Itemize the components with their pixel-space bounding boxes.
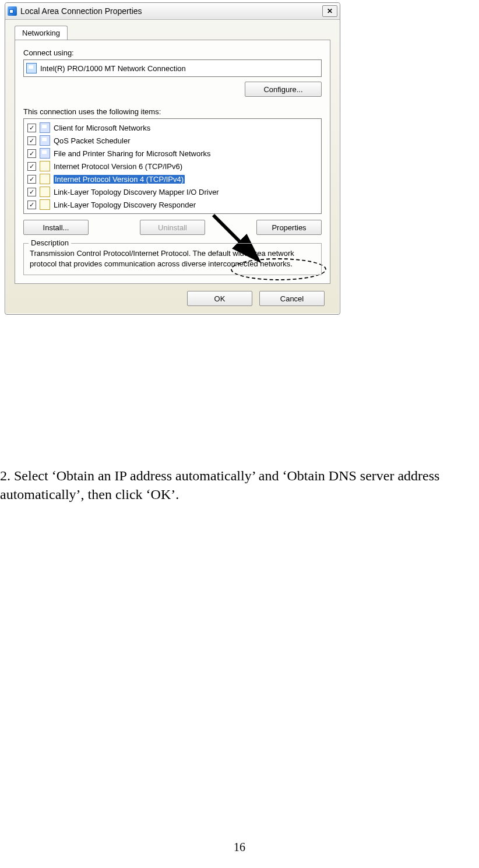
component-icon	[40, 161, 50, 171]
list-item-label: QoS Packet Scheduler	[54, 136, 131, 145]
configure-button[interactable]: Configure...	[245, 82, 322, 97]
list-item-label: File and Printer Sharing for Microsoft N…	[54, 149, 210, 158]
component-icon	[40, 148, 50, 159]
list-item-selected[interactable]: Internet Protocol Version 4 (TCP/IPv4)	[25, 173, 320, 185]
uninstall-button: Uninstall	[140, 220, 205, 235]
tab-networking[interactable]: Networking	[15, 26, 68, 40]
checkbox-icon[interactable]	[27, 162, 36, 171]
list-item-label: Link-Layer Topology Discovery Mapper I/O…	[54, 188, 219, 196]
adapter-icon	[26, 63, 37, 73]
tab-panel: Connect using: Intel(R) PRO/1000 MT Netw…	[15, 40, 330, 284]
list-item[interactable]: Link-Layer Topology Discovery Responder	[25, 198, 320, 211]
component-icon	[40, 174, 50, 184]
checkbox-icon[interactable]	[27, 201, 36, 209]
component-icon	[40, 135, 50, 146]
network-icon	[8, 6, 17, 16]
properties-button[interactable]: Properties	[256, 220, 322, 235]
list-item[interactable]: Link-Layer Topology Discovery Mapper I/O…	[25, 185, 320, 198]
checkbox-icon[interactable]	[27, 188, 36, 196]
cancel-button[interactable]: Cancel	[259, 291, 325, 306]
list-item[interactable]: File and Printer Sharing for Microsoft N…	[25, 147, 320, 160]
list-item[interactable]: QoS Packet Scheduler	[25, 134, 320, 147]
component-icon	[40, 122, 50, 133]
list-item-label: Internet Protocol Version 4 (TCP/IPv4)	[54, 175, 185, 184]
list-item-label: Internet Protocol Version 6 (TCP/IPv6)	[54, 162, 182, 171]
component-icon	[40, 187, 50, 197]
adapter-name: Intel(R) PRO/1000 MT Network Connection	[40, 64, 186, 73]
connect-using-label: Connect using:	[23, 48, 322, 57]
checkbox-icon[interactable]	[27, 149, 36, 158]
checkbox-icon[interactable]	[27, 175, 36, 184]
window-title: Local Area Connection Properties	[20, 6, 322, 16]
components-listbox[interactable]: Client for Microsoft Networks QoS Packet…	[23, 118, 322, 214]
checkbox-icon[interactable]	[27, 136, 36, 145]
instruction-text: 2. Select ‘Obtain an IP address automati…	[0, 466, 479, 504]
page-number: 16	[0, 841, 479, 854]
description-label: Description	[29, 238, 71, 247]
close-button[interactable]: ✕	[322, 5, 337, 17]
adapter-field[interactable]: Intel(R) PRO/1000 MT Network Connection	[23, 59, 322, 77]
ok-button[interactable]: OK	[187, 291, 252, 306]
titlebar: Local Area Connection Properties ✕	[5, 3, 340, 20]
description-text: Transmission Control Protocol/Internet P…	[30, 248, 315, 269]
list-item[interactable]: Internet Protocol Version 6 (TCP/IPv6)	[25, 160, 320, 173]
list-item-label: Link-Layer Topology Discovery Responder	[54, 201, 196, 209]
component-icon	[40, 199, 50, 210]
items-label: This connection uses the following items…	[23, 107, 322, 116]
list-item-label: Client for Microsoft Networks	[54, 124, 150, 132]
properties-button-label: Properties	[272, 223, 306, 232]
checkbox-icon[interactable]	[27, 124, 36, 132]
description-group: Description Transmission Control Protoco…	[23, 243, 322, 275]
install-button[interactable]: Install...	[23, 220, 89, 235]
list-item[interactable]: Client for Microsoft Networks	[25, 121, 320, 134]
properties-dialog: Local Area Connection Properties ✕ Netwo…	[5, 2, 340, 315]
